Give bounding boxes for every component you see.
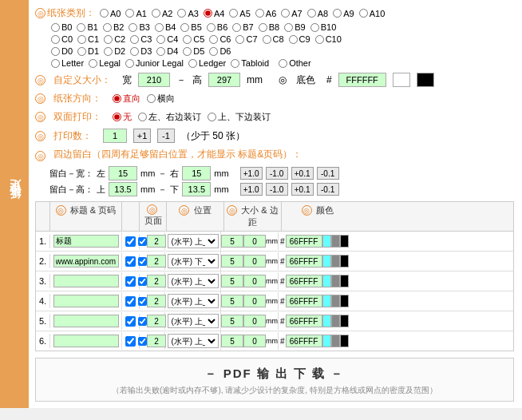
margin-left-input[interactable]: [109, 166, 137, 180]
row6-pos-select[interactable]: (水平) 上_左: [168, 334, 219, 348]
row5-color-input[interactable]: [286, 315, 322, 327]
row5-checkbox[interactable]: [125, 316, 136, 327]
radio-A10[interactable]: A10: [359, 9, 386, 18]
radio-C7[interactable]: C7: [235, 34, 257, 44]
radio-tb-binding[interactable]: 上、下边装订: [208, 111, 271, 123]
row4-page-input[interactable]: [147, 295, 166, 307]
row1-checkbox[interactable]: [125, 236, 136, 247]
margin-top-input[interactable]: [109, 182, 137, 196]
row6-label-input[interactable]: [53, 335, 119, 347]
radio-B2[interactable]: B2: [103, 22, 124, 32]
radio-lr-binding[interactable]: 左、右边装订: [138, 111, 201, 123]
row2-page-check[interactable]: [138, 257, 147, 266]
radio-portrait[interactable]: 直向: [113, 93, 140, 105]
row1-color-input[interactable]: [286, 235, 322, 248]
radio-A6[interactable]: A6: [255, 9, 276, 18]
margin-height-adj-minus1[interactable]: -1.0: [266, 183, 288, 196]
radio-JuniorLegal[interactable]: Junior Legal: [125, 58, 184, 68]
margin-width-adj-plus1[interactable]: +1.0: [240, 167, 263, 180]
radio-B5[interactable]: B5: [180, 22, 201, 32]
pdf-title[interactable]: － PDF 输 出 下 载 －: [36, 367, 513, 382]
margin-right-input[interactable]: [182, 166, 211, 180]
row5-page-input[interactable]: [147, 315, 166, 327]
margin-height-adj-minus01[interactable]: -0.1: [317, 183, 339, 196]
radio-B10[interactable]: B10: [310, 22, 337, 32]
row5-label-input[interactable]: [53, 315, 119, 327]
height-input[interactable]: [208, 73, 240, 87]
row2-checkbox[interactable]: [125, 256, 136, 267]
radio-A9[interactable]: A9: [333, 9, 354, 18]
print-count-input[interactable]: [103, 129, 127, 143]
margin-bottom-input[interactable]: [182, 182, 211, 196]
margin-height-adj-plus01[interactable]: +0.1: [291, 183, 314, 196]
row4-offset-input[interactable]: [243, 295, 266, 307]
row2-pos-select[interactable]: (水平) 上_左 (水平) 下_右: [168, 254, 219, 268]
radio-A5[interactable]: A5: [229, 9, 250, 18]
row1-pos-select[interactable]: (水平) 上_左 (水平) 下_右: [168, 234, 219, 248]
row6-page-check[interactable]: [138, 337, 147, 346]
radio-C2[interactable]: C2: [104, 34, 125, 44]
radio-B8[interactable]: B8: [259, 22, 279, 32]
radio-D0[interactable]: D0: [51, 46, 73, 56]
radio-D1[interactable]: D1: [77, 46, 99, 56]
row5-pos-select[interactable]: (水平) 上_左: [168, 314, 219, 328]
radio-C3[interactable]: C3: [130, 34, 152, 44]
radio-C1[interactable]: C1: [77, 34, 99, 44]
row6-offset-input[interactable]: [243, 335, 266, 347]
row4-size-input[interactable]: [221, 295, 243, 307]
radio-B4[interactable]: B4: [155, 22, 176, 32]
width-input[interactable]: [138, 73, 170, 87]
row4-pos-select[interactable]: (水平) 上_左: [168, 294, 219, 308]
radio-D6[interactable]: D6: [209, 46, 231, 56]
radio-B6[interactable]: B6: [207, 22, 227, 32]
print-count-minus-button[interactable]: -1: [157, 129, 175, 143]
row1-size-input[interactable]: [221, 235, 243, 248]
radio-D4[interactable]: D4: [156, 46, 178, 56]
radio-C5[interactable]: C5: [183, 34, 204, 44]
radio-A3[interactable]: A3: [177, 9, 198, 18]
radio-C4[interactable]: C4: [156, 34, 178, 44]
row4-color-input[interactable]: [286, 295, 322, 307]
margin-width-adj-plus01[interactable]: +0.1: [291, 167, 314, 180]
radio-C0[interactable]: C0: [51, 34, 73, 44]
radio-no-duplex[interactable]: 无: [113, 111, 132, 123]
radio-Ledger[interactable]: Ledger: [188, 58, 226, 68]
row3-page-check[interactable]: [138, 277, 147, 286]
row4-checkbox[interactable]: [125, 296, 136, 307]
row5-page-check[interactable]: [138, 317, 147, 326]
row6-size-input[interactable]: [221, 335, 243, 347]
radio-A8[interactable]: A8: [307, 9, 328, 18]
row2-label-input[interactable]: [53, 255, 119, 267]
bg-color-input[interactable]: [338, 73, 386, 87]
radio-Letter[interactable]: Letter: [51, 58, 84, 68]
radio-B0[interactable]: B0: [51, 22, 72, 32]
radio-A7[interactable]: A7: [281, 9, 302, 18]
radio-C9[interactable]: C9: [289, 34, 310, 44]
row3-page-input[interactable]: [147, 275, 166, 287]
radio-C6[interactable]: C6: [209, 34, 231, 44]
row5-size-input[interactable]: [221, 315, 243, 327]
row1-label-input[interactable]: [53, 235, 119, 248]
row2-size-input[interactable]: [221, 255, 243, 267]
row3-checkbox[interactable]: [125, 276, 136, 287]
radio-A4[interactable]: A4: [204, 9, 224, 18]
row4-page-check[interactable]: [138, 297, 147, 306]
radio-D5[interactable]: D5: [183, 46, 204, 56]
radio-C8[interactable]: C8: [263, 34, 284, 44]
row3-size-input[interactable]: [221, 275, 243, 287]
radio-D2[interactable]: D2: [104, 46, 125, 56]
row5-offset-input[interactable]: [243, 315, 266, 327]
row6-color-input[interactable]: [286, 335, 322, 347]
row6-page-input[interactable]: [147, 335, 166, 347]
radio-A2[interactable]: A2: [152, 9, 172, 18]
row6-checkbox[interactable]: [125, 336, 136, 347]
radio-Legal[interactable]: Legal: [89, 58, 121, 68]
radio-A0[interactable]: A0: [100, 9, 121, 18]
row2-offset-input[interactable]: [243, 255, 266, 267]
radio-B7[interactable]: B7: [232, 22, 253, 32]
row2-page-input[interactable]: [147, 255, 166, 267]
radio-Other[interactable]: Other: [279, 58, 311, 68]
row4-label-input[interactable]: [53, 295, 119, 307]
radio-landscape[interactable]: 横向: [147, 93, 175, 105]
row3-color-input[interactable]: [286, 275, 322, 287]
